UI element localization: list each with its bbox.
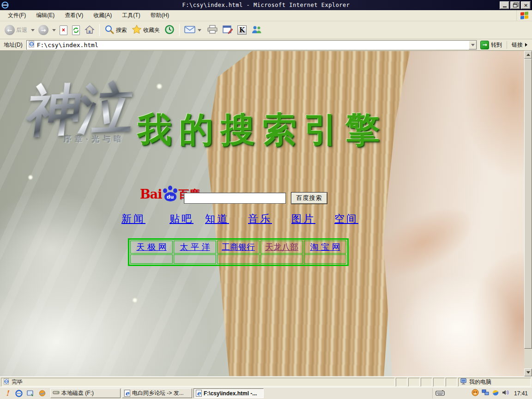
link-pconline[interactable]: 太 平 洋 bbox=[180, 242, 210, 252]
toolbar-separator bbox=[179, 24, 180, 36]
edit-icon bbox=[223, 25, 233, 36]
back-dropdown-icon[interactable] bbox=[31, 29, 35, 31]
baidu-search-button[interactable]: 百度搜索 bbox=[291, 192, 327, 204]
messenger-icon bbox=[251, 25, 262, 36]
quick-launch: ! bbox=[1, 389, 49, 398]
forward-button[interactable]: → bbox=[36, 24, 50, 36]
menu-file[interactable]: 文件(F) bbox=[3, 10, 31, 21]
menu-bar: 文件(F) 编辑(E) 查看(V) 收藏(A) 工具(T) 帮助(H) bbox=[0, 10, 532, 21]
menu-help[interactable]: 帮助(H) bbox=[145, 10, 175, 21]
nav-link-zhidao[interactable]: 知道 bbox=[205, 212, 229, 226]
baidu-search-input[interactable] bbox=[184, 193, 286, 204]
table-cell: 太 平 洋 bbox=[174, 241, 216, 254]
status-small-panel bbox=[433, 378, 445, 387]
ie-doc-icon: e bbox=[196, 390, 202, 397]
security-zone-panel: 我的电脑 bbox=[458, 378, 531, 387]
mail-button[interactable] bbox=[182, 24, 204, 36]
browser-window: F:\csy\index.html - Microsoft Internet E… bbox=[0, 0, 532, 399]
close-button[interactable]: × bbox=[521, 1, 531, 9]
menu-tools[interactable]: 工具(T) bbox=[117, 10, 145, 21]
launcher-icon[interactable]: ! bbox=[3, 389, 12, 398]
refresh-icon bbox=[72, 25, 80, 35]
links-chevron-icon bbox=[525, 43, 527, 47]
media-player-icon[interactable] bbox=[38, 389, 46, 398]
address-bar: 地址(D) F:\csy\index.html → 转到 链接 bbox=[0, 39, 532, 51]
nav-link-space[interactable]: 空间 bbox=[334, 212, 358, 226]
baidu-bai-text: Bai bbox=[140, 187, 162, 201]
nav-link-image[interactable]: 图片 bbox=[291, 212, 315, 226]
sparkle-dot bbox=[28, 175, 33, 180]
table-empty-cell bbox=[304, 254, 346, 264]
scroll-down-button[interactable] bbox=[524, 369, 532, 376]
messenger-button[interactable] bbox=[249, 24, 264, 36]
status-small-panel bbox=[446, 378, 457, 387]
favorites-star-icon bbox=[132, 24, 142, 36]
restore-button[interactable] bbox=[510, 1, 520, 9]
status-text: 完毕 bbox=[12, 378, 23, 386]
minimize-button[interactable] bbox=[500, 1, 509, 9]
links-toolbar[interactable]: 链接 bbox=[507, 41, 530, 49]
background-mist bbox=[0, 189, 120, 309]
baidu-paw-icon: du bbox=[163, 186, 178, 201]
security-zone-text: 我的电脑 bbox=[469, 378, 491, 386]
search-icon bbox=[104, 24, 115, 36]
taskbar-clock[interactable]: 17:41 bbox=[512, 390, 528, 397]
favorites-button[interactable]: 收藏夹 bbox=[130, 24, 162, 36]
menu-view[interactable]: 查看(V) bbox=[60, 10, 88, 21]
taskbar: ! 本地磁盘 (F:) e 电白同乡论坛 -> 发... e F:\csy\in… bbox=[0, 387, 532, 399]
link-taobao[interactable]: 淘 宝 网 bbox=[310, 242, 340, 252]
print-button[interactable] bbox=[205, 24, 220, 36]
address-url-text[interactable]: F:\csy\index.html bbox=[37, 42, 467, 48]
mail-dropdown-icon[interactable] bbox=[198, 29, 201, 31]
go-button[interactable]: → 转到 bbox=[479, 40, 505, 50]
refresh-button[interactable] bbox=[70, 24, 82, 36]
link-icbc[interactable]: 工商银行 bbox=[222, 242, 255, 252]
address-label: 地址(D) bbox=[2, 41, 24, 49]
keyboard-input-icon[interactable] bbox=[435, 389, 445, 398]
history-icon bbox=[164, 24, 175, 36]
print-icon bbox=[207, 25, 218, 36]
tray-network-icon[interactable] bbox=[482, 389, 489, 398]
nav-link-tieba[interactable]: 贴吧 bbox=[169, 212, 193, 226]
search-button[interactable]: 搜索 bbox=[103, 24, 129, 37]
home-button[interactable] bbox=[83, 24, 97, 36]
nav-link-news[interactable]: 新闻 bbox=[121, 212, 145, 226]
nav-link-music[interactable]: 音乐 bbox=[248, 212, 272, 226]
menu-favorites[interactable]: 收藏(A) bbox=[88, 10, 117, 21]
page-content: 神泣 序章·光与暗 我的搜索引擎 Bai du 百度 百度搜索 新闻 贴吧 知道… bbox=[0, 51, 532, 376]
show-desktop-icon[interactable] bbox=[26, 389, 35, 398]
kingsoft-button[interactable]: K bbox=[236, 24, 248, 36]
back-button[interactable]: ← 后退 bbox=[3, 24, 29, 36]
forward-dropdown-icon[interactable] bbox=[52, 29, 56, 31]
ie-quicklaunch-icon[interactable] bbox=[15, 389, 23, 398]
windows-logo-icon bbox=[516, 10, 532, 21]
taskbar-button-local-disk[interactable]: 本地磁盘 (F:) bbox=[50, 388, 121, 398]
background-skin-shade bbox=[462, 51, 532, 180]
tray-pet-icon[interactable] bbox=[472, 389, 479, 398]
table-empty-cell bbox=[130, 254, 173, 264]
history-button[interactable] bbox=[163, 24, 176, 37]
tray-ime-icon[interactable] bbox=[492, 389, 499, 398]
address-dropdown-button[interactable] bbox=[469, 41, 477, 49]
links-label: 链接 bbox=[512, 41, 523, 49]
table-cell: 天龙八部 bbox=[260, 241, 303, 254]
link-tianji[interactable]: 天 极 网 bbox=[136, 242, 166, 252]
status-ie-icon bbox=[3, 378, 10, 386]
scrollbar-thumb[interactable] bbox=[524, 59, 532, 349]
stop-button[interactable]: × bbox=[58, 24, 69, 36]
ie-doc-icon: e bbox=[124, 390, 130, 397]
menu-edit[interactable]: 编辑(E) bbox=[31, 10, 60, 21]
table-row bbox=[130, 254, 346, 264]
scroll-up-button[interactable] bbox=[524, 51, 532, 59]
drive-icon bbox=[53, 390, 60, 397]
link-tianlongbabu[interactable]: 天龙八部 bbox=[265, 242, 298, 252]
taskbar-button-forum[interactable]: e 电白同乡论坛 -> 发... bbox=[122, 388, 192, 398]
page-ie-icon bbox=[28, 41, 35, 49]
quick-links-table: 天 极 网 太 平 洋 工商银行 天龙八部 淘 宝 网 bbox=[128, 238, 349, 266]
tray-volume-icon[interactable] bbox=[502, 389, 509, 398]
edit-button[interactable] bbox=[221, 24, 235, 36]
taskbar-button-index-html[interactable]: e F:\csy\index.html -... bbox=[193, 388, 264, 398]
table-empty-cell bbox=[260, 254, 303, 264]
address-input[interactable]: F:\csy\index.html bbox=[26, 40, 477, 50]
vertical-scrollbar[interactable] bbox=[524, 51, 532, 376]
